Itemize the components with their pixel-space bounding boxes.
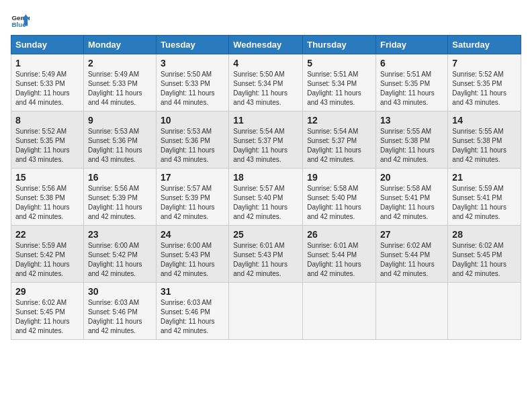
calendar-week-row: 8 Sunrise: 5:52 AMSunset: 5:35 PMDayligh… bbox=[11, 111, 521, 169]
day-number: 1 bbox=[15, 58, 79, 68]
day-number: 6 bbox=[380, 58, 443, 68]
calendar-cell: 28 Sunrise: 6:02 AMSunset: 5:45 PMDaylig… bbox=[448, 226, 521, 283]
calendar-cell bbox=[303, 283, 376, 340]
day-number: 19 bbox=[307, 172, 371, 183]
calendar-cell: 18 Sunrise: 5:57 AMSunset: 5:40 PMDaylig… bbox=[229, 169, 303, 226]
day-number: 15 bbox=[15, 172, 79, 183]
calendar-cell: 27 Sunrise: 6:02 AMSunset: 5:44 PMDaylig… bbox=[376, 226, 448, 283]
day-info: Sunrise: 5:59 AMSunset: 5:42 PMDaylight:… bbox=[15, 241, 79, 279]
header-wednesday: Wednesday bbox=[229, 36, 303, 54]
calendar-cell: 30 Sunrise: 6:03 AMSunset: 5:46 PMDaylig… bbox=[83, 283, 156, 340]
day-number: 14 bbox=[452, 115, 517, 126]
day-info: Sunrise: 5:50 AMSunset: 5:33 PMDaylight:… bbox=[161, 70, 224, 107]
day-info: Sunrise: 6:00 AMSunset: 5:43 PMDaylight:… bbox=[161, 241, 224, 279]
header-thursday: Thursday bbox=[303, 36, 376, 54]
day-number: 17 bbox=[161, 172, 224, 183]
calendar-week-row: 1 Sunrise: 5:49 AMSunset: 5:33 PMDayligh… bbox=[11, 54, 521, 111]
header-sunday: Sunday bbox=[11, 36, 84, 54]
day-info: Sunrise: 5:54 AMSunset: 5:37 PMDaylight:… bbox=[233, 127, 298, 165]
calendar-week-row: 15 Sunrise: 5:56 AMSunset: 5:38 PMDaylig… bbox=[11, 169, 521, 226]
day-number: 3 bbox=[161, 58, 224, 68]
day-number: 26 bbox=[307, 229, 371, 240]
calendar-cell: 20 Sunrise: 5:58 AMSunset: 5:41 PMDaylig… bbox=[376, 169, 448, 226]
calendar-cell: 24 Sunrise: 6:00 AMSunset: 5:43 PMDaylig… bbox=[157, 226, 229, 283]
day-number: 5 bbox=[307, 58, 371, 68]
day-info: Sunrise: 5:56 AMSunset: 5:39 PMDaylight:… bbox=[88, 184, 152, 222]
calendar-week-row: 29 Sunrise: 6:02 AMSunset: 5:45 PMDaylig… bbox=[11, 283, 521, 340]
header-friday: Friday bbox=[376, 36, 448, 54]
day-info: Sunrise: 5:53 AMSunset: 5:36 PMDaylight:… bbox=[161, 127, 224, 165]
day-info: Sunrise: 6:01 AMSunset: 5:44 PMDaylight:… bbox=[307, 241, 371, 279]
calendar-cell: 22 Sunrise: 5:59 AMSunset: 5:42 PMDaylig… bbox=[11, 226, 84, 283]
day-info: Sunrise: 6:01 AMSunset: 5:43 PMDaylight:… bbox=[233, 241, 298, 279]
day-number: 23 bbox=[88, 229, 152, 240]
calendar-week-row: 22 Sunrise: 5:59 AMSunset: 5:42 PMDaylig… bbox=[11, 226, 521, 283]
day-number: 18 bbox=[233, 172, 298, 183]
calendar-table: SundayMondayTuesdayWednesdayThursdayFrid… bbox=[11, 35, 521, 340]
day-info: Sunrise: 5:57 AMSunset: 5:40 PMDaylight:… bbox=[233, 184, 298, 222]
calendar-cell: 14 Sunrise: 5:55 AMSunset: 5:38 PMDaylig… bbox=[448, 111, 521, 169]
day-number: 24 bbox=[161, 229, 224, 240]
calendar-cell: 21 Sunrise: 5:59 AMSunset: 5:41 PMDaylig… bbox=[448, 169, 521, 226]
calendar-cell: 5 Sunrise: 5:51 AMSunset: 5:34 PMDayligh… bbox=[303, 54, 376, 111]
calendar-cell: 3 Sunrise: 5:50 AMSunset: 5:33 PMDayligh… bbox=[157, 54, 229, 111]
day-number: 30 bbox=[88, 286, 152, 297]
day-info: Sunrise: 5:52 AMSunset: 5:35 PMDaylight:… bbox=[452, 70, 517, 107]
day-info: Sunrise: 5:49 AMSunset: 5:33 PMDaylight:… bbox=[88, 70, 152, 107]
day-info: Sunrise: 6:00 AMSunset: 5:42 PMDaylight:… bbox=[88, 241, 152, 279]
day-number: 11 bbox=[233, 115, 298, 126]
day-info: Sunrise: 6:02 AMSunset: 5:44 PMDaylight:… bbox=[380, 241, 443, 279]
calendar-cell: 4 Sunrise: 5:50 AMSunset: 5:34 PMDayligh… bbox=[229, 54, 303, 111]
header-saturday: Saturday bbox=[448, 36, 521, 54]
day-info: Sunrise: 5:53 AMSunset: 5:36 PMDaylight:… bbox=[88, 127, 152, 165]
day-info: Sunrise: 5:52 AMSunset: 5:35 PMDaylight:… bbox=[15, 127, 79, 165]
calendar-cell: 16 Sunrise: 5:56 AMSunset: 5:39 PMDaylig… bbox=[83, 169, 156, 226]
calendar-cell: 12 Sunrise: 5:54 AMSunset: 5:37 PMDaylig… bbox=[303, 111, 376, 169]
day-info: Sunrise: 6:02 AMSunset: 5:45 PMDaylight:… bbox=[452, 241, 517, 279]
logo-icon: General Blue bbox=[11, 11, 30, 30]
day-number: 20 bbox=[380, 172, 443, 183]
day-info: Sunrise: 5:57 AMSunset: 5:39 PMDaylight:… bbox=[161, 184, 224, 222]
day-info: Sunrise: 5:59 AMSunset: 5:41 PMDaylight:… bbox=[452, 184, 517, 222]
calendar-cell bbox=[376, 283, 448, 340]
day-number: 27 bbox=[380, 229, 443, 240]
day-number: 29 bbox=[15, 286, 79, 297]
day-number: 2 bbox=[88, 58, 152, 68]
calendar-cell: 23 Sunrise: 6:00 AMSunset: 5:42 PMDaylig… bbox=[83, 226, 156, 283]
day-number: 22 bbox=[15, 229, 79, 240]
day-number: 9 bbox=[88, 115, 152, 126]
day-number: 4 bbox=[233, 58, 298, 68]
day-info: Sunrise: 5:58 AMSunset: 5:41 PMDaylight:… bbox=[380, 184, 443, 222]
calendar-cell: 6 Sunrise: 5:51 AMSunset: 5:35 PMDayligh… bbox=[376, 54, 448, 111]
calendar-cell bbox=[448, 283, 521, 340]
calendar-cell: 17 Sunrise: 5:57 AMSunset: 5:39 PMDaylig… bbox=[157, 169, 229, 226]
calendar-cell: 10 Sunrise: 5:53 AMSunset: 5:36 PMDaylig… bbox=[157, 111, 229, 169]
calendar-cell: 1 Sunrise: 5:49 AMSunset: 5:33 PMDayligh… bbox=[11, 54, 84, 111]
calendar-cell: 15 Sunrise: 5:56 AMSunset: 5:38 PMDaylig… bbox=[11, 169, 84, 226]
calendar-header-row: SundayMondayTuesdayWednesdayThursdayFrid… bbox=[11, 36, 521, 54]
day-number: 21 bbox=[452, 172, 517, 183]
calendar-cell: 7 Sunrise: 5:52 AMSunset: 5:35 PMDayligh… bbox=[448, 54, 521, 111]
day-info: Sunrise: 5:55 AMSunset: 5:38 PMDaylight:… bbox=[452, 127, 517, 165]
day-info: Sunrise: 5:54 AMSunset: 5:37 PMDaylight:… bbox=[307, 127, 371, 165]
logo: General Blue bbox=[11, 11, 32, 30]
calendar-cell: 25 Sunrise: 6:01 AMSunset: 5:43 PMDaylig… bbox=[229, 226, 303, 283]
calendar-cell: 11 Sunrise: 5:54 AMSunset: 5:37 PMDaylig… bbox=[229, 111, 303, 169]
day-number: 13 bbox=[380, 115, 443, 126]
calendar-cell: 29 Sunrise: 6:02 AMSunset: 5:45 PMDaylig… bbox=[11, 283, 84, 340]
day-number: 8 bbox=[15, 115, 79, 126]
calendar-cell: 31 Sunrise: 6:03 AMSunset: 5:46 PMDaylig… bbox=[157, 283, 229, 340]
day-info: Sunrise: 5:55 AMSunset: 5:38 PMDaylight:… bbox=[380, 127, 443, 165]
day-info: Sunrise: 5:49 AMSunset: 5:33 PMDaylight:… bbox=[15, 70, 79, 107]
day-number: 16 bbox=[88, 172, 152, 183]
day-number: 7 bbox=[452, 58, 517, 68]
calendar-cell: 26 Sunrise: 6:01 AMSunset: 5:44 PMDaylig… bbox=[303, 226, 376, 283]
day-info: Sunrise: 5:58 AMSunset: 5:40 PMDaylight:… bbox=[307, 184, 371, 222]
day-info: Sunrise: 6:03 AMSunset: 5:46 PMDaylight:… bbox=[88, 298, 152, 336]
day-info: Sunrise: 5:51 AMSunset: 5:34 PMDaylight:… bbox=[307, 70, 371, 107]
day-number: 12 bbox=[307, 115, 371, 126]
calendar-cell bbox=[229, 283, 303, 340]
header-monday: Monday bbox=[83, 36, 156, 54]
calendar-cell: 2 Sunrise: 5:49 AMSunset: 5:33 PMDayligh… bbox=[83, 54, 156, 111]
header-tuesday: Tuesday bbox=[157, 36, 229, 54]
